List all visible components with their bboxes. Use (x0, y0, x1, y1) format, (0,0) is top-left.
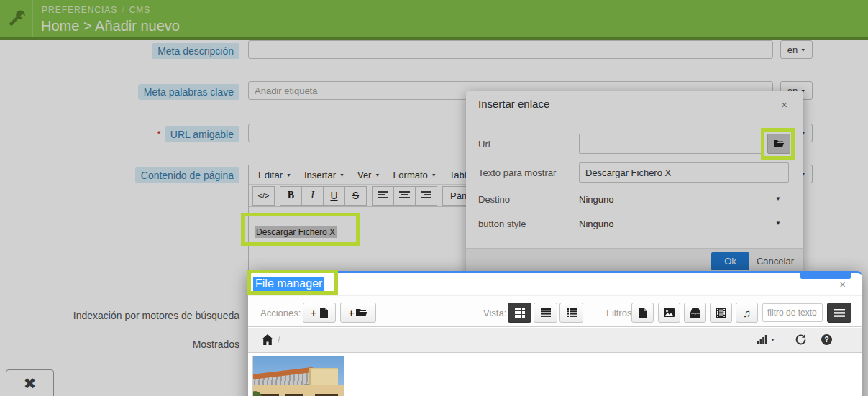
text-filter-input[interactable] (762, 303, 823, 322)
filter-audio-button[interactable]: ♫ (736, 303, 758, 323)
plus-icon: + (349, 308, 355, 318)
add-file-button[interactable]: + (303, 303, 336, 323)
filter-images-button[interactable] (658, 303, 680, 323)
folder-icon (356, 308, 367, 318)
filter-menu-button[interactable] (827, 303, 851, 323)
app-window: PREFERENCIAS/CMS Home > Añadir nuevo Met… (0, 0, 868, 396)
music-note-icon: ♫ (743, 307, 751, 319)
annotation-highlight-selected-text (241, 213, 360, 246)
filter-documents-button[interactable] (631, 303, 654, 323)
filter-archives-button[interactable] (684, 303, 706, 323)
annotation-highlight-file-manager-title (247, 270, 338, 295)
close-icon[interactable]: × (839, 278, 846, 290)
chevron-down-icon: ▼ (770, 337, 775, 342)
filters-label: Filtros: (606, 308, 634, 318)
file-manager-window: File manager × Acciones: + + Vista: Fi (248, 271, 862, 396)
view-label: Vista: (483, 308, 506, 318)
file-manager-content (248, 354, 862, 396)
refresh-icon[interactable] (795, 333, 807, 349)
view-details-button[interactable] (559, 303, 583, 323)
home-icon[interactable] (262, 334, 273, 348)
view-list-button[interactable] (534, 303, 557, 323)
annotation-highlight-browse-button (761, 128, 795, 160)
view-grid-button[interactable] (508, 303, 531, 323)
help-icon[interactable]: ? (821, 334, 832, 345)
actions-label: Acciones: (260, 308, 301, 318)
file-manager-breadcrumb-bar: / ▼ ? (248, 328, 862, 353)
image-thumbnail[interactable] (253, 356, 344, 396)
sort-dropdown[interactable]: ▼ (757, 334, 775, 344)
add-folder-button[interactable]: + (340, 303, 376, 323)
breadcrumb-path: / (278, 334, 280, 345)
file-manager-toolbar: Acciones: + + Vista: Filtros: (248, 295, 862, 327)
file-icon (319, 308, 328, 318)
plus-icon: + (311, 308, 316, 318)
filter-videos-button[interactable] (710, 303, 732, 323)
